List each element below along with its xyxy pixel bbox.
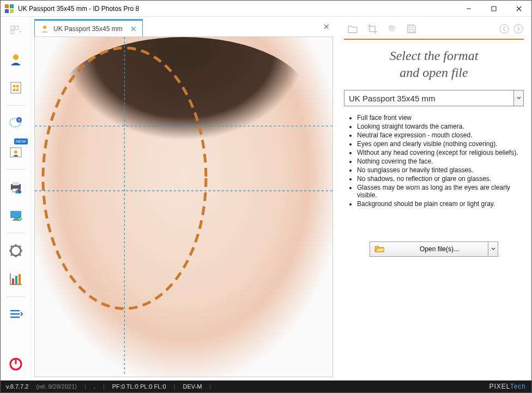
svg-rect-2 bbox=[5, 9, 9, 13]
svg-rect-47 bbox=[19, 274, 21, 285]
crop-icon[interactable] bbox=[367, 23, 378, 34]
status-version: v.8.7.7.2 bbox=[6, 383, 28, 390]
svg-line-38 bbox=[11, 246, 13, 247]
svg-point-22 bbox=[14, 150, 17, 154]
folder-open-icon[interactable] bbox=[347, 23, 358, 34]
sidebar-divider bbox=[6, 297, 26, 297]
window-controls bbox=[456, 1, 531, 16]
power-button[interactable] bbox=[5, 353, 27, 375]
accent-rule bbox=[344, 39, 524, 40]
headline-line1: Select the format bbox=[344, 47, 524, 64]
svg-rect-24 bbox=[13, 182, 19, 185]
person-icon bbox=[40, 25, 49, 33]
close-button[interactable] bbox=[506, 1, 531, 16]
display-export-button[interactable] bbox=[5, 204, 27, 226]
requirement-item: Eyes open and clearly visible (nothing c… bbox=[357, 140, 524, 148]
window-title: UK Passport 35x45 mm - ID Photos Pro 8 bbox=[18, 5, 456, 13]
svg-rect-45 bbox=[12, 279, 14, 285]
svg-point-12 bbox=[13, 55, 19, 60]
format-toolbar bbox=[344, 21, 524, 37]
tab-label: UK Passport 35x45 mm bbox=[53, 25, 123, 33]
sidebar-divider bbox=[6, 169, 26, 170]
svg-point-63 bbox=[500, 25, 509, 33]
sidebar-divider bbox=[6, 233, 26, 233]
help-chat-button[interactable]: ? bbox=[5, 112, 27, 134]
brand-tech: Tech bbox=[510, 383, 526, 390]
requirement-item: Nothing covering the face. bbox=[357, 158, 524, 165]
svg-point-28 bbox=[18, 190, 21, 194]
status-release: (rel. 9/28/2021) bbox=[36, 383, 77, 390]
chevron-down-icon[interactable] bbox=[514, 90, 524, 106]
tabstrip-close-icon[interactable]: ✕ bbox=[323, 22, 330, 31]
svg-point-17 bbox=[16, 89, 19, 92]
requirement-item: Glasses may be worn as long as the eyes … bbox=[357, 184, 524, 199]
brand-pixel: PIXEL bbox=[489, 383, 510, 390]
svg-rect-30 bbox=[14, 218, 17, 220]
svg-rect-13 bbox=[11, 82, 21, 93]
headline-line2: and open file bbox=[344, 64, 524, 81]
requirement-item: Looking straight towards the camera. bbox=[357, 123, 524, 130]
svg-rect-3 bbox=[10, 9, 14, 13]
svg-point-14 bbox=[13, 85, 15, 88]
svg-rect-8 bbox=[11, 26, 14, 29]
svg-point-42 bbox=[14, 249, 17, 252]
status-counters: PF:0 TL:0 PL:0 FL:0 bbox=[112, 383, 166, 390]
open-file-button[interactable]: Open file(s)... bbox=[370, 241, 488, 257]
minimize-button[interactable] bbox=[456, 1, 481, 16]
app-icon bbox=[5, 4, 14, 13]
svg-point-15 bbox=[16, 85, 19, 88]
new-badge: NEW bbox=[14, 138, 28, 144]
content-area: UK Passport 35x45 mm ✕ ✕ bbox=[31, 17, 531, 380]
left-sidebar: + ? NEW bbox=[1, 17, 31, 380]
sidebar-divider bbox=[6, 105, 26, 106]
open-file-control: Open file(s)... bbox=[370, 241, 498, 257]
svg-rect-62 bbox=[409, 29, 414, 32]
svg-text:+: + bbox=[19, 29, 21, 34]
print-button[interactable] bbox=[5, 176, 27, 198]
statusbar: v.8.7.7.2 (rel. 9/28/2021) | . | PF:0 TL… bbox=[1, 380, 531, 392]
maximize-button[interactable] bbox=[481, 1, 506, 16]
open-file-label: Open file(s)... bbox=[391, 245, 488, 253]
svg-rect-46 bbox=[15, 276, 17, 285]
save-icon[interactable] bbox=[406, 23, 417, 34]
list-menu-button[interactable] bbox=[5, 304, 27, 325]
svg-rect-1 bbox=[10, 4, 14, 8]
requirement-item: Without any head covering (except for re… bbox=[357, 149, 524, 156]
requirement-item: Full face front view bbox=[357, 114, 524, 122]
svg-line-39 bbox=[19, 254, 21, 256]
color-adjust-icon[interactable] bbox=[386, 23, 397, 34]
requirement-item: No sunglasses or heavily tinted glasses. bbox=[357, 166, 524, 174]
svg-rect-5 bbox=[492, 7, 496, 11]
settings-button[interactable] bbox=[5, 240, 27, 262]
svg-rect-9 bbox=[15, 26, 19, 29]
titlebar: UK Passport 35x45 mm - ID Photos Pro 8 bbox=[1, 1, 531, 17]
format-select-value[interactable]: UK Passport 35x45 mm bbox=[344, 90, 514, 106]
svg-text:?: ? bbox=[17, 118, 20, 122]
photo-pane: UK Passport 35x45 mm ✕ ✕ bbox=[31, 17, 336, 380]
photo-canvas[interactable] bbox=[34, 37, 333, 377]
requirements-list: Full face front view Looking straight to… bbox=[349, 113, 524, 209]
group-document-button[interactable] bbox=[5, 77, 27, 99]
requirement-item: No shadows, no reflection or glare on gl… bbox=[357, 175, 524, 183]
open-file-dropdown-icon[interactable] bbox=[488, 241, 498, 257]
stats-button[interactable] bbox=[5, 268, 27, 290]
svg-rect-0 bbox=[5, 4, 9, 8]
svg-point-64 bbox=[514, 25, 523, 33]
svg-point-16 bbox=[13, 89, 15, 92]
new-photo-button[interactable]: NEW bbox=[5, 141, 27, 162]
alignment-guides bbox=[35, 37, 332, 376]
requirement-item: Background should be plain cream or ligh… bbox=[357, 200, 524, 208]
format-select[interactable]: UK Passport 35x45 mm bbox=[344, 90, 524, 106]
tab-close-icon[interactable]: ✕ bbox=[130, 25, 137, 33]
tabstrip: UK Passport 35x45 mm ✕ ✕ bbox=[31, 17, 336, 37]
layout-grid-button[interactable]: + bbox=[5, 20, 27, 42]
status-dot: . bbox=[94, 383, 95, 390]
document-tab[interactable]: UK Passport 35x45 mm ✕ bbox=[34, 19, 143, 37]
folder-icon bbox=[374, 245, 384, 254]
nav-back-icon[interactable] bbox=[499, 23, 510, 34]
nav-forward-icon[interactable] bbox=[513, 23, 524, 34]
pane-headline: Select the format and open file bbox=[344, 47, 524, 81]
brand-label: PIXELTech bbox=[489, 383, 527, 390]
person-button[interactable] bbox=[5, 49, 27, 70]
app-window: UK Passport 35x45 mm - ID Photos Pro 8 +… bbox=[0, 0, 532, 393]
